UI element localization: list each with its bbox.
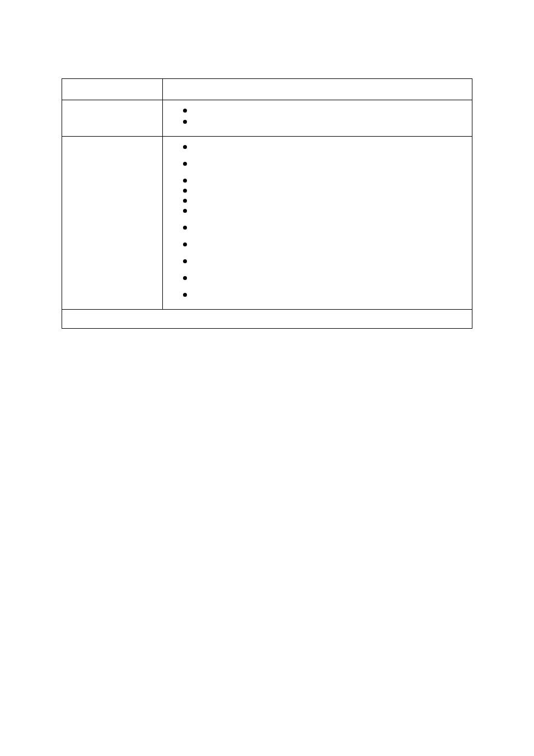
- list-item: [170, 290, 465, 299]
- list-item: [170, 196, 465, 205]
- list-item: [170, 176, 465, 185]
- row-label-cell: [62, 137, 163, 310]
- table-row: [62, 137, 472, 310]
- list-item: [170, 117, 465, 126]
- list-item: [170, 186, 465, 195]
- list-item: [170, 273, 465, 282]
- bullet-list: [170, 106, 465, 126]
- list-item: [170, 106, 465, 115]
- row-label-cell: [62, 100, 163, 137]
- list-item: [170, 240, 465, 249]
- list-item: [170, 159, 465, 168]
- table-row: [62, 100, 472, 137]
- footer-cell: [62, 310, 472, 329]
- header-right-cell: [163, 79, 472, 100]
- content-table: [62, 78, 472, 329]
- bullet-list: [170, 142, 465, 299]
- list-item: [170, 256, 465, 265]
- list-item: [170, 206, 465, 215]
- list-item: [170, 142, 465, 151]
- row-content-cell: [163, 100, 472, 137]
- list-item: [170, 223, 465, 232]
- table-footer-row: [62, 310, 472, 329]
- header-left-cell: [62, 79, 163, 100]
- table-header-row: [62, 79, 472, 100]
- row-content-cell: [163, 137, 472, 310]
